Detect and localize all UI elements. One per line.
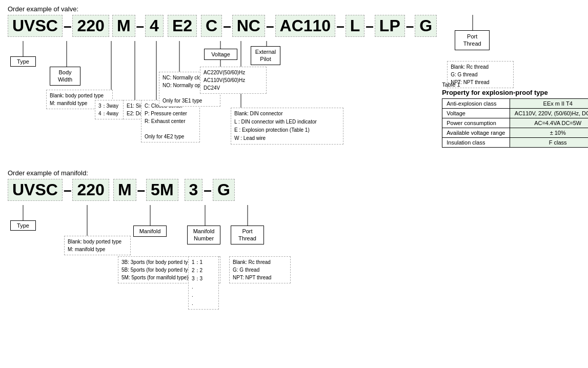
valve-code-row: UVSC – 220 M – 4 E2 C – NC – AC110 –: [8, 15, 437, 37]
value-cell: ± 10%: [510, 128, 588, 138]
table-row: Anti-explosion classEEx m II T4: [442, 99, 588, 109]
m-number-info: 1：12：23：3...: [188, 256, 219, 310]
m-code-g: G: [213, 179, 235, 201]
type-label: Type: [10, 56, 36, 67]
manifold-code-row: UVSC – 220 M – 5M 3 – G: [8, 179, 580, 201]
code-l: L: [346, 15, 365, 37]
m-code-5m: 5M: [146, 179, 178, 201]
valve-title: Order example of valve:: [8, 5, 580, 13]
page-container: Order example of valve: UVSC – 220 M – 4…: [8, 5, 580, 308]
m-code-220: 220: [72, 179, 109, 201]
code-e2: E2: [168, 15, 197, 37]
property-cell: Available voltage range: [442, 128, 510, 138]
connector-info: Blank: DIN connectorL : DIN connector wi…: [231, 108, 343, 145]
manifold-title: Order example of manifold:: [8, 169, 580, 177]
explosion-table: Anti-explosion classEEx m II T4VoltageAC…: [442, 98, 588, 148]
m-number-label: ManifoldNumber: [187, 226, 220, 244]
value-cell: EEx m II T4: [510, 99, 588, 109]
value-cell: AC110V, 220V, (50/60)Hz, DC24V.: [510, 109, 588, 118]
code-m: M: [112, 15, 135, 37]
code-lp: LP: [375, 15, 405, 37]
voltage-label: Voltage: [204, 49, 237, 60]
m-type-label: Type: [10, 220, 36, 231]
m-port-thread-label: PortThread: [231, 226, 264, 244]
table-title: Table 1: [442, 81, 588, 88]
body-width-label: BodyWidth: [50, 67, 80, 86]
m-code-uvsc: UVSC: [8, 179, 63, 201]
code-220: 220: [72, 15, 109, 37]
code-4: 4: [145, 15, 164, 37]
m-code-m: M: [113, 179, 136, 201]
m-thread-info: Blank: Rc threadG: G threadNPT: NPT thre…: [229, 256, 291, 283]
code-nc: NC: [232, 15, 265, 37]
property-cell: Voltage: [442, 109, 510, 118]
valve-section: Order example of valve: UVSC – 220 M – 4…: [8, 5, 580, 159]
table-row: Insulation classF class: [442, 138, 588, 148]
table-row: Power consumptionAC=4.4VA DC=5W: [442, 118, 588, 128]
property-cell: Anti-explosion class: [442, 99, 510, 109]
code-c: C: [201, 15, 222, 37]
table-row: Available voltage range± 10%: [442, 128, 588, 138]
table-row: VoltageAC110V, 220V, (50/60)Hz, DC24V.: [442, 109, 588, 118]
m-code-3: 3: [185, 179, 203, 201]
m-body-info: Blank: body ported typeM: manifold type: [64, 236, 131, 255]
code-ac110: AC110: [275, 15, 336, 37]
property-cell: Insulation class: [442, 138, 510, 148]
port-thread-label-valve: PortThread: [455, 30, 490, 50]
table-heading: Property for explosion-proof type: [442, 89, 588, 96]
voltage-info: AC220V(50/60)HzAC110V(50/60)HzDC24V: [200, 67, 267, 94]
manifold-section: Order example of manifold: UVSC – 220 M …: [8, 169, 580, 308]
m-manifold-label: Manifold: [133, 226, 167, 237]
value-cell: AC=4.4VA DC=5W: [510, 118, 588, 128]
ext-pilot-label: ExternalPilot: [251, 46, 280, 65]
value-cell: F class: [510, 138, 588, 148]
code-uvsc: UVSC: [8, 15, 63, 37]
property-cell: Power consumption: [442, 118, 510, 128]
code-g: G: [415, 15, 437, 37]
